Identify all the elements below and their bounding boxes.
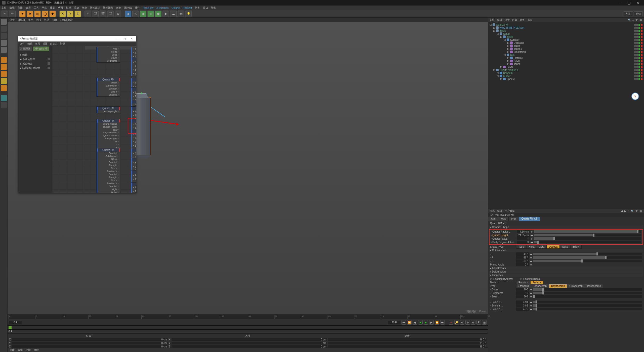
menu-X-Particles[interactable]: X-Particles <box>156 7 169 9</box>
om-item-Random[interactable]: ⊟Random <box>490 71 642 74</box>
subdiv-button[interactable]: ❊ <box>147 11 154 17</box>
render-settings-button[interactable]: ⚙ <box>115 11 121 17</box>
gen-Quartz Faces-slider[interactable] <box>534 237 641 240</box>
xpresso-tab-manager[interactable]: X-管理器 <box>19 47 32 51</box>
workplane-mode-icon[interactable] <box>1 33 7 39</box>
axis-y-toggle[interactable]: Y <box>67 11 73 17</box>
menu-Redshift[interactable]: Redshift <box>183 7 192 9</box>
menu-渲染[interactable]: 渲染 <box>74 6 79 10</box>
snap-toggle-icon[interactable] <box>1 95 7 101</box>
ommenu-查看[interactable]: 查看 <box>505 18 510 22</box>
gen-Quartz Height-slider[interactable] <box>534 234 641 236</box>
goto-prevkey-button[interactable]: ⏪ <box>407 320 412 325</box>
vpmenu-过滤[interactable]: 过滤 <box>44 18 49 22</box>
object-manager-icons[interactable]: 🔍⌂👁▦ <box>627 19 642 21</box>
xptree-系统运算符[interactable]: ▸ 系统运算符 <box>19 57 51 62</box>
imp-Seed-stepper[interactable]: ◂▸ <box>530 295 532 298</box>
tweak-mode-icon[interactable] <box>1 85 7 91</box>
node-n_plat[interactable]: Platonic• 半径• 旋转 . H• 旋转 . P• 旋转 . B <box>131 129 136 148</box>
menu-运动图形[interactable]: 运动图形 <box>103 6 113 10</box>
material-preview-icon[interactable] <box>9 326 12 329</box>
scale-Scale Y ...-value[interactable]: 3.82 <box>516 304 529 307</box>
cut-B-value[interactable]: -10 ° <box>516 259 529 263</box>
menu-动画[interactable]: 动画 <box>58 6 63 10</box>
play-forward-button[interactable]: ▶ <box>424 320 428 325</box>
shape-Dodeca[interactable]: Dodeca <box>547 245 560 249</box>
recent-tool[interactable]: ✚ <box>49 11 56 17</box>
xpresso-tree[interactable]: ▸ 编辑▸ 系统运算符▸ 系统预置▸ System Presets <box>18 52 52 71</box>
vpmenu-面板[interactable]: 面板 <box>52 18 57 22</box>
section-impurities[interactable]: Impurities <box>489 274 643 277</box>
shape-Octa[interactable]: Octa <box>537 245 547 249</box>
pen-tool[interactable]: ✎ <box>132 11 139 17</box>
menu-流水线[interactable]: 流水线 <box>124 6 132 10</box>
xptree-编辑[interactable]: ▸ 编辑 <box>19 53 51 57</box>
om-item-Quartz module 1[interactable]: ⊟Quartz module 1 <box>490 68 642 71</box>
cut-H-stepper[interactable]: ◂▸ <box>530 253 532 255</box>
axis-mode-icon[interactable] <box>1 47 7 53</box>
xpresso-window[interactable]: XPresso 编辑器 — ▢ ✕ 文件编辑布局视图自定义计算 X-管理器 XP… <box>18 36 136 193</box>
menu-创建[interactable]: 创建 <box>18 6 23 10</box>
menu-运动跟踪[interactable]: 运动跟踪 <box>90 6 100 10</box>
attrtab-坐标[interactable]: 坐标 <box>498 217 509 221</box>
rotate-tool[interactable]: ◯ <box>42 11 48 17</box>
ommenu-书签[interactable]: 书签 <box>527 18 532 22</box>
point-mode-icon[interactable] <box>1 57 7 63</box>
record-button[interactable]: ● <box>449 320 453 325</box>
timeline-track[interactable]: 051015202530354045505560657075808590 <box>9 315 487 319</box>
enabled-boole-checkbox[interactable]: ☑ <box>520 278 522 280</box>
xpresso-max-button[interactable]: ▢ <box>122 37 128 40</box>
om-item-www.TFMSTYLE.com[interactable]: ⊟www.TFMSTYLE.com <box>490 26 642 29</box>
goto-start-button[interactable]: ⏮ <box>401 320 406 325</box>
polygon-mode-icon[interactable] <box>1 71 7 77</box>
vpmenu-ProRender[interactable]: ProRender <box>60 19 72 21</box>
scale-Scale Z ...-value[interactable]: 4.75 <box>516 307 529 311</box>
array-button[interactable]: ⬢ <box>155 11 162 17</box>
uv-mode-icon[interactable] <box>1 78 7 84</box>
key-rot-button[interactable]: ⊕ <box>471 320 475 325</box>
om-item-Platonic[interactable]: ⊟Platonic <box>490 56 642 59</box>
imp-Count-value[interactable]: 100 <box>516 288 529 291</box>
section-deformation[interactable]: Deformation <box>489 270 643 273</box>
key-pos-button[interactable]: ⊕ <box>460 320 464 325</box>
close-button[interactable]: ✕ <box>634 1 642 5</box>
type-Tetrahedron[interactable]: Tetrahedron <box>531 284 549 288</box>
model-mode-icon[interactable] <box>1 19 7 25</box>
frame-end-field[interactable]: 90 F <box>388 321 400 324</box>
imp-Segments-value[interactable]: 10 <box>516 291 529 295</box>
ommenu-编辑[interactable]: 编辑 <box>497 18 502 22</box>
frame-start-field[interactable]: 0 F <box>9 321 22 324</box>
xpmenu-视图[interactable]: 视图 <box>43 42 48 46</box>
vpmenu-显示[interactable]: 显示 <box>28 18 33 22</box>
live-select-tool[interactable]: ✦ <box>19 11 26 17</box>
step-forward-button[interactable]: ▶ <box>429 320 434 325</box>
status-功能[interactable]: 功能 <box>26 348 31 352</box>
node-n_qfm2[interactable]: Quartz FMEnabled •Subdivision •Offset •E… <box>96 148 120 193</box>
attrmenu-编辑[interactable]: 编辑 <box>497 209 502 213</box>
om-item-Taper[interactable]: ⊟Taper <box>490 44 642 47</box>
type-Octahedron[interactable]: Octahedron <box>567 284 585 288</box>
object-manager-tree[interactable]: 🦌 ⊟Quartz FM⊟www.TFMSTYLE.com⊟Boole⊟Setu… <box>488 22 644 209</box>
type-Hexahedron[interactable]: Hexahedron <box>549 284 567 288</box>
play-back-button[interactable]: ◀ <box>418 320 423 325</box>
menu-帮助[interactable]: 帮助 <box>211 6 216 10</box>
menu-雕刻[interactable]: 雕刻 <box>82 6 87 10</box>
om-item-Taper.1[interactable]: ⊟Taper.1 <box>490 47 642 50</box>
mode-Surface[interactable]: Surface <box>530 281 543 284</box>
om-item-Smoothing[interactable]: ⊟Smoothing <box>490 50 642 53</box>
type-Icosahedron[interactable]: Icosahedron <box>585 284 603 288</box>
render-pv-button[interactable]: 🎬 <box>107 11 114 17</box>
attrmenu-模式[interactable]: 模式 <box>490 209 495 213</box>
section-cut-rotation[interactable]: Cut Rotation <box>489 249 643 252</box>
xpresso-min-button[interactable]: — <box>114 37 121 40</box>
axis-x-toggle[interactable]: X <box>59 11 66 17</box>
light-button[interactable]: 💡 <box>185 11 192 17</box>
imp-Segments-stepper[interactable]: ◂▸ <box>530 292 532 294</box>
scale-Scale X ...-stepper[interactable]: ◂▸ <box>530 301 532 303</box>
gen-Quartz Height-value[interactable]: 21.35 cm <box>517 234 530 237</box>
cut-P-stepper[interactable]: ◂▸ <box>530 256 532 259</box>
shape-Icosa[interactable]: Icosa <box>560 245 570 249</box>
menu-角色[interactable]: 角色 <box>116 6 121 10</box>
om-item-Bevel[interactable]: ⊟Bevel <box>490 59 642 62</box>
key-scale-button[interactable]: ⊕ <box>465 320 470 325</box>
